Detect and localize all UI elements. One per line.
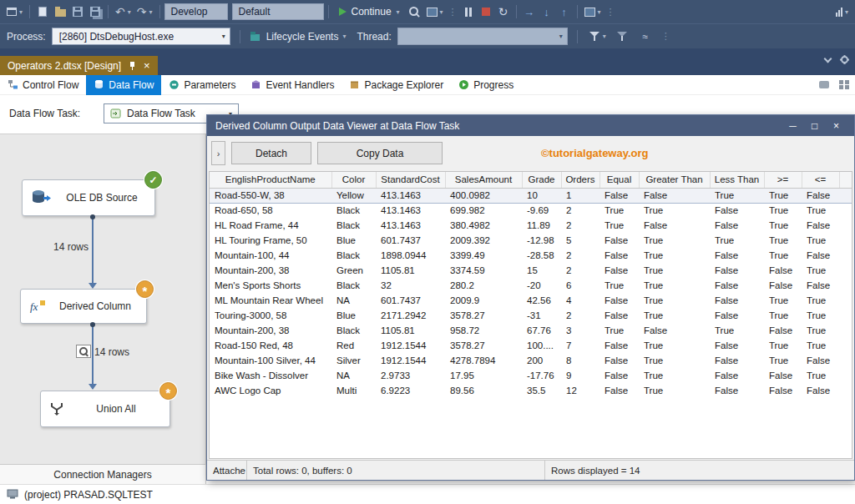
data-flow-design-surface[interactable]: OLE DB Source ✓ 14 rows fx Derived Colum…	[0, 134, 206, 464]
show-next-statement-button[interactable]: →	[521, 3, 538, 21]
grid-options-icon[interactable]	[838, 79, 850, 90]
grid-row[interactable]: HL Road Frame, 44Black413.1463380.498211…	[210, 218, 852, 233]
grid-row[interactable]: Touring-3000, 58Blue2171.29423578.27-312…	[210, 308, 852, 323]
filter-button[interactable]: ▾	[587, 28, 609, 46]
data-grid-container[interactable]: EnglishProductNameColorStandardCostSales…	[209, 171, 852, 459]
pin-icon[interactable]	[129, 61, 136, 71]
grid-cell: 42.56	[522, 293, 561, 308]
tab-package-explorer[interactable]: Package Explorer	[341, 75, 451, 95]
grid-cell: 32	[376, 278, 445, 293]
grid-column-header[interactable]: Equal	[600, 172, 639, 188]
grid-cell: True	[639, 368, 710, 383]
connection-managers-panel[interactable]: Connection Managers	[0, 464, 206, 484]
grid-row[interactable]: Mountain-200, 38Black1105.81958.7267.763…	[210, 323, 852, 338]
grid-column-header[interactable]: Orders	[561, 172, 600, 188]
find-button[interactable]	[407, 3, 423, 21]
solution-platform-combo[interactable]: Default▾	[232, 3, 324, 20]
grid-cell-filler	[839, 263, 852, 278]
undo-button[interactable]: ↶▾	[113, 3, 134, 21]
filter-icon	[589, 31, 600, 42]
solution-configuration-combo[interactable]: Develop▾	[164, 3, 228, 20]
copy-data-button[interactable]: Copy Data	[317, 142, 443, 164]
grid-cell: False	[639, 323, 710, 338]
grid-column-header[interactable]: Greater Than	[639, 172, 710, 188]
grid-cell-filler	[839, 383, 852, 398]
grid-column-header[interactable]: <=	[802, 172, 839, 188]
diagnostics-button[interactable]: ▾	[582, 3, 604, 21]
toolbar-grip[interactable]: ⋮	[660, 31, 672, 42]
grid-column-header[interactable]: Color	[331, 172, 376, 188]
window-layout-icon[interactable]: ▾	[4, 3, 25, 21]
data-grid[interactable]: EnglishProductNameColorStandardCostSales…	[210, 172, 852, 398]
grid-column-header[interactable]: EnglishProductName	[210, 172, 331, 188]
clear-filter-button[interactable]	[615, 28, 631, 46]
chevron-down-icon[interactable]	[824, 54, 832, 63]
grid-column-header[interactable]: >=	[764, 172, 802, 188]
tab-parameters[interactable]: Parameters	[161, 75, 243, 95]
detach-button[interactable]: Detach	[231, 142, 311, 164]
save-all-button[interactable]	[87, 3, 104, 21]
restart-button[interactable]: ↻	[495, 3, 512, 21]
gear-icon[interactable]	[841, 56, 848, 63]
close-icon[interactable]: ×	[827, 118, 846, 134]
grid-row[interactable]: Mountain-100, 44Black1898.09443399.49-28…	[210, 248, 852, 263]
tab-data-flow[interactable]: Data Flow	[86, 75, 161, 95]
grid-row[interactable]: AWC Logo CapMulti6.922389.5635.512FalseT…	[210, 383, 852, 398]
grid-row[interactable]: ML Mountain Rear WheelNA601.74372009.942…	[210, 293, 852, 308]
tab-event-handlers[interactable]: Event Handlers	[243, 75, 341, 95]
redo-button[interactable]: ↷▾	[134, 3, 155, 21]
grid-cell: False	[600, 383, 639, 398]
tab-progress[interactable]: Progress	[451, 75, 521, 95]
data-viewer-magnifier-button[interactable]	[76, 345, 91, 358]
close-icon[interactable]: ×	[144, 60, 150, 71]
grid-row[interactable]: Mountain-100 Silver, 44Silver1912.154442…	[210, 353, 852, 368]
path-source-to-derived[interactable]	[92, 216, 94, 288]
thread-combo[interactable]: ▾	[397, 28, 568, 45]
grid-row[interactable]: Road-650, 58Black413.1463699.982-9.692Tr…	[210, 203, 852, 218]
node-ole-db-source[interactable]: OLE DB Source ✓	[22, 179, 155, 216]
minimize-icon[interactable]: ─	[783, 118, 802, 134]
zoom-control-icon[interactable]	[818, 79, 830, 90]
node-union-all[interactable]: Union All *	[40, 391, 170, 427]
grid-cell: False	[710, 263, 764, 278]
path-derived-to-union[interactable]	[92, 324, 94, 389]
new-file-button[interactable]	[34, 3, 51, 21]
tab-label: Control Flow	[23, 79, 78, 91]
tab-control-flow[interactable]: Control Flow	[0, 75, 86, 95]
flatten-button[interactable]: ≈	[637, 28, 654, 46]
toolbar-grip[interactable]: ⋮	[605, 7, 617, 18]
maximize-icon[interactable]: □	[805, 118, 824, 134]
stop-button[interactable]	[478, 3, 494, 21]
chevron-down-icon: ▾	[316, 8, 319, 16]
save-button[interactable]	[69, 3, 86, 21]
grid-cell: False	[710, 353, 764, 368]
toolbar-expand-button[interactable]: ›	[211, 141, 225, 165]
step-into-button[interactable]: ↓	[539, 3, 555, 21]
toolbar-grip[interactable]: ⋮	[447, 7, 459, 18]
lifecycle-events-dropdown[interactable]: Lifecycle Events▾	[266, 31, 347, 43]
grid-row[interactable]: Men's Sports ShortsBlack32280.2-206TrueT…	[210, 278, 852, 293]
grid-column-header[interactable]: Less Than	[710, 172, 764, 188]
process-combo[interactable]: [2860] DtsDebugHost.exe▾	[52, 28, 230, 45]
preview-button[interactable]: ▾	[424, 3, 446, 21]
grid-row[interactable]: Road-150 Red, 48Red1912.15443578.27100..…	[210, 338, 852, 353]
grid-cell: 6.9223	[376, 383, 445, 398]
document-tab[interactable]: Operators 2.dtsx [Design] ×	[0, 56, 158, 75]
step-out-button[interactable]: ↑	[556, 3, 573, 21]
open-file-button[interactable]	[52, 3, 68, 21]
grid-row[interactable]: Bike Wash - DissolverNA2.973317.95-17.76…	[210, 368, 852, 383]
grid-cell: False	[710, 368, 764, 383]
continue-button[interactable]: Continue▾	[333, 6, 406, 18]
grid-cell: True	[600, 323, 639, 338]
dialog-title-bar[interactable]: Derived Column Output Data Viewer at Dat…	[207, 115, 854, 136]
grid-column-header[interactable]: Grade	[522, 172, 561, 188]
pause-button[interactable]	[460, 3, 477, 21]
grid-column-header[interactable]: SalesAmount	[445, 172, 522, 188]
chevron-down-icon: ▾	[342, 33, 346, 40]
feedback-button[interactable]: ▾	[833, 3, 851, 21]
grid-row[interactable]: Road-550-W, 38Yellow413.1463400.0982101F…	[210, 188, 852, 203]
grid-row[interactable]: HL Touring Frame, 50Blue601.74372009.392…	[210, 233, 852, 248]
grid-column-header[interactable]: StandardCost	[376, 172, 445, 188]
grid-row[interactable]: Mountain-200, 38Green1105.813374.59152Fa…	[210, 263, 852, 278]
node-derived-column[interactable]: fx Derived Column *	[20, 289, 147, 324]
